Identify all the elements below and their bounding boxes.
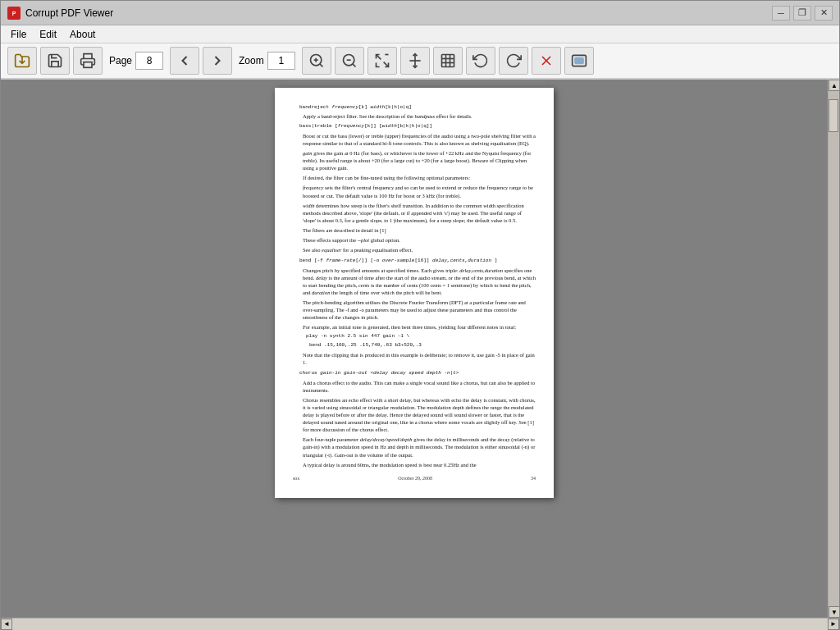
print-button[interactable]	[73, 47, 103, 75]
bend-desc2: The pitch-bending algorithm utilises the…	[303, 299, 536, 321]
app-window: P Corrupt PDF Viewer ─ ❐ ✕ File Edit Abo…	[0, 0, 840, 630]
chorus-desc1: Add a chorus effect to the audio. This c…	[303, 379, 536, 394]
zoom-out-button[interactable]	[335, 47, 364, 75]
scroll-area[interactable]: bandreject frequency[k] width[k|h|o|q] A…	[1, 80, 828, 618]
pdf-footer-page: 34	[531, 475, 536, 482]
width-desc: width determines how steep is the filter…	[303, 202, 536, 224]
rotate-cw-button[interactable]	[499, 47, 528, 75]
bend-note: Note that the clipping that is produced …	[303, 351, 536, 366]
pdf-content: bandreject frequency[k] width[k|h|o|q] A…	[293, 104, 536, 468]
app-icon: P	[7, 7, 21, 20]
plot-note: These effects support the --plot global …	[303, 236, 536, 244]
bandreject-cmd: bandreject frequency[k] width[k|h|o|q]	[299, 104, 536, 111]
zoom-label: Zoom	[239, 55, 264, 66]
scroll-track[interactable]	[829, 91, 839, 606]
open-button[interactable]	[7, 47, 37, 75]
gain-desc: gain gives the gain at 0 Hz (for bass), …	[303, 149, 536, 171]
svg-text:P: P	[12, 11, 16, 16]
bend-example-intro: For example, an initial tone is generate…	[303, 323, 536, 331]
svg-point-24	[582, 57, 584, 59]
h-scroll-track[interactable]	[12, 619, 828, 630]
bass-cmd: bass|treble [frequency[k]] [width[b|k|h|…	[299, 123, 536, 130]
close-doc-button[interactable]	[532, 47, 561, 75]
chorus-typical: A typical delay is around 60ms, the modu…	[303, 461, 536, 468]
scroll-right-button[interactable]: ►	[828, 619, 839, 630]
zoom-in-button[interactable]	[302, 47, 331, 75]
bandreject-desc: Apply a band-reject filter. See the desc…	[303, 112, 536, 120]
fit-height-button[interactable]	[400, 47, 430, 75]
window-title: Corrupt PDF Viewer	[25, 7, 113, 19]
chorus-desc3: Each four-tuple parameter delay/decay/sp…	[303, 436, 536, 458]
svg-line-5	[320, 64, 323, 67]
bend-play-cmd2: bend .15,160,.25 .15,740,.63 b3+520,.3	[309, 342, 536, 349]
vertical-scrollbar[interactable]: ▲ ▼	[828, 80, 839, 618]
content-area: bandreject frequency[k] width[k|h|o|q] A…	[1, 80, 839, 618]
filters-note: The filters are described in detail in […	[303, 226, 536, 234]
title-bar-left: P Corrupt PDF Viewer	[7, 7, 113, 20]
svg-rect-15	[441, 55, 454, 67]
title-bar: P Corrupt PDF Viewer ─ ❐ ✕	[1, 1, 839, 25]
prev-page-button[interactable]	[170, 47, 199, 75]
screenshot-button[interactable]	[564, 47, 594, 75]
minimize-button[interactable]: ─	[772, 6, 790, 21]
page-input[interactable]	[135, 52, 163, 70]
scroll-up-button[interactable]: ▲	[829, 80, 839, 91]
menu-item-file[interactable]: File	[4, 27, 33, 42]
pdf-footer-date: October 29, 2008	[398, 475, 432, 482]
bend-play-cmd: play -n synth 2.5 sin 447 gain -1 \	[306, 333, 536, 340]
chorus-cmd: chorus gain-in gain-out <delay decay spe…	[299, 370, 536, 377]
horizontal-scrollbar[interactable]: ◄ ►	[1, 618, 839, 629]
fit-width-button[interactable]	[368, 47, 397, 75]
optional-desc: If desired, the filter can be fine-tuned…	[303, 174, 536, 181]
zoom-input[interactable]	[267, 52, 295, 70]
menu-item-about[interactable]: About	[63, 27, 102, 42]
equaliser-note: See also equaliser for a peaking equalis…	[303, 246, 536, 253]
pdf-page: bandreject frequency[k] width[k|h|o|q] A…	[275, 88, 554, 498]
page-field: Page	[109, 52, 163, 70]
pdf-footer-left: sox	[293, 475, 299, 482]
svg-line-9	[353, 64, 356, 67]
menu-bar: File Edit About	[1, 25, 839, 43]
scroll-down-button[interactable]: ▼	[829, 606, 839, 618]
restore-button[interactable]: ❐	[793, 6, 811, 21]
svg-line-12	[383, 62, 388, 67]
scroll-left-button[interactable]: ◄	[1, 619, 12, 630]
save-button[interactable]	[40, 47, 70, 75]
pdf-footer: sox October 29, 2008 34	[293, 475, 536, 482]
svg-line-11	[376, 55, 381, 60]
page-label: Page	[109, 55, 132, 66]
bend-cmd: bend [-f frame-rate[/]] [-o over-sample[…	[299, 258, 536, 264]
toolbar: Page Zoom	[1, 43, 839, 80]
next-page-button[interactable]	[203, 47, 232, 75]
rotate-ccw-button[interactable]	[466, 47, 495, 75]
frequency-desc: frequency sets the filter's central freq…	[303, 184, 536, 199]
bass-desc: Boost or cut the bass (lower) or treble …	[303, 132, 536, 147]
bend-desc1: Changes pitch by specified amounts at sp…	[303, 267, 536, 296]
svg-rect-3	[84, 62, 92, 68]
zoom-field: Zoom	[239, 52, 295, 70]
scroll-thumb[interactable]	[829, 99, 838, 132]
window-controls: ─ ❐ ✕	[772, 6, 833, 21]
chorus-desc2: Chorus resembles an echo effect with a s…	[303, 396, 536, 433]
menu-item-edit[interactable]: Edit	[33, 27, 63, 42]
fit-page-button[interactable]	[433, 47, 463, 75]
svg-rect-23	[575, 58, 583, 64]
close-button[interactable]: ✕	[815, 6, 833, 21]
